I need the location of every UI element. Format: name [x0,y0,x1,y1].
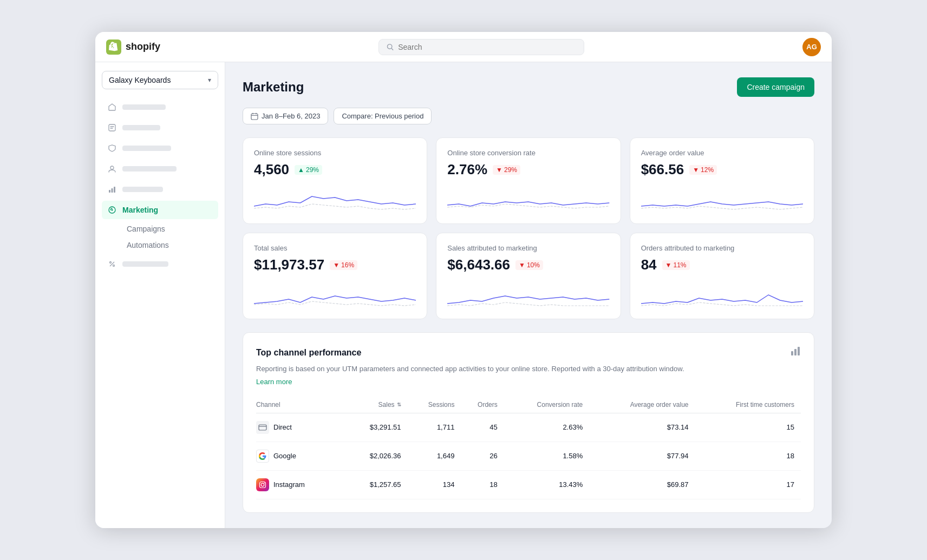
nav-label-placeholder [122,261,168,267]
sessions-cell: 1,711 [408,413,461,442]
badge-arrow: ▼ [333,261,340,269]
svg-point-9 [110,262,112,263]
badge-value: 11% [673,261,686,269]
home-icon [107,102,117,112]
metric-value-row: 2.76% ▼ 29% [447,161,609,178]
products-icon [107,143,117,153]
metric-label: Online store conversion rate [447,149,609,157]
channel-name-cell: Direct [256,413,346,442]
metric-card-aov: Average order value $66.56 ▼ 12% [630,137,814,224]
metric-value-row: $66.56 ▼ 12% [641,161,803,178]
avatar[interactable]: AG [802,38,821,56]
badge-value: 12% [701,166,714,174]
learn-more-link[interactable]: Learn more [256,378,292,386]
svg-rect-6 [114,187,115,193]
orders-cell: 45 [461,413,504,442]
bar-chart-icon [790,346,801,359]
nav-label-placeholder [122,146,171,151]
sales-cell: $1,257.65 [346,470,408,499]
metric-badge: ▼ 11% [662,260,690,270]
th-first-time-customers: First time customers [695,397,801,413]
metric-value: $6,643.66 [447,256,510,273]
sidebar: Galaxy Keyboards ▾ [95,62,225,528]
search-input[interactable] [398,43,576,51]
chevron-down-icon: ▾ [208,76,211,84]
sort-icon: ⇅ [397,401,401,407]
sidebar-item-analytics[interactable] [102,180,218,199]
metric-label: Total sales [254,244,416,252]
sparkline [641,282,803,308]
th-orders: Orders [461,397,504,413]
th-sales[interactable]: Sales ⇅ [346,397,408,413]
metric-card-total-sales: Total sales $11,973.57 ▼ 16% [243,233,427,319]
channel-name: Google [273,452,296,460]
avg-order-value-cell: $69.87 [589,470,695,499]
conversion-rate-cell: 1.58% [504,442,590,470]
metric-label: Orders attributed to marketing [641,244,803,252]
svg-point-18 [264,482,265,483]
table-row: Direct $3,291.51 1,711 45 2.63% $73.14 1… [256,413,801,442]
sidebar-item-home[interactable] [102,98,218,116]
sub-nav: Campaigns Automations [102,221,218,253]
sidebar-item-products[interactable] [102,139,218,157]
metric-card-attributed-orders: Orders attributed to marketing 84 ▼ 11% [630,233,814,319]
date-filter-button[interactable]: Jan 8–Feb 6, 2023 [243,108,328,124]
th-avg-order-value: Average order value [589,397,695,413]
metric-badge: ▼ 29% [493,165,520,175]
channel-header: Top channel performance [256,346,801,359]
search-bar[interactable] [378,39,584,55]
badge-arrow: ▼ [496,166,502,174]
sidebar-item-campaigns[interactable]: Campaigns [121,221,218,236]
channel-name-cell: Google [256,442,346,470]
badge-value: 29% [504,166,517,174]
marketing-icon [107,205,117,215]
metric-value: 4,560 [254,161,289,178]
create-campaign-button[interactable]: Create campaign [737,77,814,97]
th-sales-label: Sales ⇅ [346,401,401,409]
first-time-customers-cell: 18 [695,442,801,470]
compare-filter-button[interactable]: Compare: Previous period [334,108,432,124]
page-content: Marketing Create campaign Jan 8–Feb 6, 2… [225,62,832,528]
sidebar-item-orders[interactable] [102,118,218,137]
channel-description: Reporting is based on your UTM parameter… [256,364,801,374]
metric-value-row: 4,560 ▲ 29% [254,161,416,178]
badge-arrow: ▲ [298,166,304,174]
app-window: shopify AG Galaxy Keyboards ▾ [95,32,832,528]
svg-rect-2 [109,124,115,131]
date-filter-label: Jan 8–Feb 6, 2023 [262,112,320,120]
svg-rect-13 [794,349,797,355]
sparkline [447,282,609,308]
nav-label-placeholder [122,166,177,172]
sales-cell: $2,026.36 [346,442,408,470]
metric-card-conversion: Online store conversion rate 2.76% ▼ 29% [436,137,621,224]
table-row: Google $2,026.36 1,649 26 1.58% $77.94 1… [256,442,801,470]
sidebar-item-customers[interactable] [102,160,218,178]
nav-label-placeholder [122,187,163,192]
svg-rect-15 [259,425,266,430]
filters-row: Jan 8–Feb 6, 2023 Compare: Previous peri… [243,108,814,124]
svg-rect-4 [109,190,110,193]
sessions-cell: 1,649 [408,442,461,470]
customers-icon [107,164,117,174]
table-row: Instagram $1,257.65 134 18 13.43% $69.87… [256,470,801,499]
conversion-rate-cell: 13.43% [504,470,590,499]
sidebar-item-discounts[interactable] [102,255,218,273]
store-selector[interactable]: Galaxy Keyboards ▾ [102,71,218,89]
metric-badge: ▼ 16% [330,260,357,270]
logo-text: shopify [126,41,160,52]
metric-badge: ▼ 10% [515,260,543,270]
direct-icon [256,421,269,434]
metric-label: Sales attributed to marketing [447,244,609,252]
sessions-cell: 134 [408,470,461,499]
sidebar-item-marketing[interactable]: Marketing [102,201,218,219]
nav-label-placeholder [122,125,160,130]
page-title: Marketing [243,80,304,95]
sidebar-item-automations[interactable]: Automations [121,238,218,253]
channel-name-cell: Instagram [256,470,346,499]
metric-label: Online store sessions [254,149,416,157]
table-header-row: Channel Sales ⇅ Sessions Orders [256,397,801,413]
th-channel: Channel [256,397,346,413]
google-icon [256,450,269,463]
sparkline [641,187,803,213]
svg-rect-5 [112,188,113,193]
